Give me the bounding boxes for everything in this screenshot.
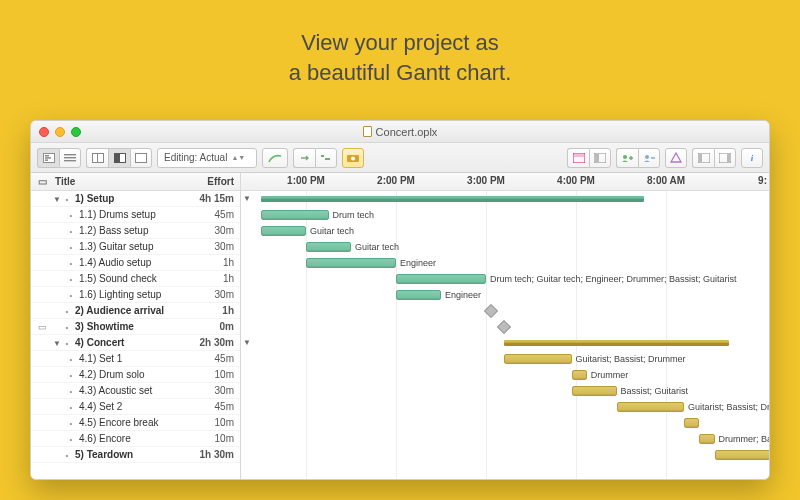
row-effort: 0m	[188, 321, 240, 332]
catch-up-button[interactable]	[262, 148, 288, 168]
row-title: •4.2) Drum solo	[53, 369, 188, 380]
column-effort[interactable]: Effort	[188, 176, 240, 187]
outline-row[interactable]: ▼•4) Concert2h 30m	[31, 335, 240, 351]
timeline-tick: 9:	[758, 175, 767, 186]
view-outline-button[interactable]	[59, 148, 81, 168]
outline-row[interactable]: •1.1) Drums setup45m	[31, 207, 240, 223]
milestone-marker[interactable]	[497, 320, 511, 334]
row-title: ▼•1) Setup	[53, 193, 188, 204]
document-icon	[363, 126, 372, 137]
row-title: •3) Showtime	[53, 321, 188, 332]
outline-row[interactable]: •4.4) Set 245m	[31, 399, 240, 415]
hero-line1: View your project as	[0, 28, 800, 58]
outline-row[interactable]: •1.6) Lighting setup30m	[31, 287, 240, 303]
row-title: •1.5) Sound check	[53, 273, 188, 284]
titlebar[interactable]: Concert.oplx	[31, 121, 769, 143]
row-title: •1.1) Drums setup	[53, 209, 188, 220]
outline-row[interactable]: •1.5) Sound check1h	[31, 271, 240, 287]
outline-row[interactable]: •4.1) Set 145m	[31, 351, 240, 367]
attachments-header-icon[interactable]: ▭	[31, 176, 53, 187]
window-title: Concert.oplx	[31, 126, 769, 138]
layout-1-button[interactable]	[86, 148, 108, 168]
summary-bar[interactable]	[504, 340, 729, 346]
task-bar[interactable]	[572, 386, 617, 396]
task-bar[interactable]	[617, 402, 685, 412]
level-button[interactable]	[315, 148, 337, 168]
row-effort: 1h 30m	[188, 449, 240, 460]
disclosure-icon[interactable]: ▼	[243, 194, 251, 203]
svg-rect-7	[64, 160, 76, 161]
outline-row[interactable]: •4.6) Encore10m	[31, 431, 240, 447]
layout-group	[86, 148, 152, 168]
timeline-tick: 1:00 PM	[287, 175, 325, 186]
outline-header: ▭ Title Effort	[31, 173, 240, 191]
summary-bar[interactable]	[261, 196, 644, 202]
editing-mode-select[interactable]: Editing: Actual ▲▼	[157, 148, 257, 168]
row-title: •1.6) Lighting setup	[53, 289, 188, 300]
outline-row[interactable]: ▭•3) Showtime0m	[31, 319, 240, 335]
svg-rect-12	[120, 154, 125, 162]
task-bar[interactable]	[306, 258, 396, 268]
row-effort: 1h	[188, 273, 240, 284]
outline-row[interactable]: •4.3) Acoustic set30m	[31, 383, 240, 399]
view-gantt-button[interactable]	[37, 148, 59, 168]
svg-rect-4	[45, 159, 48, 161]
task-bar[interactable]	[396, 274, 486, 284]
outline-row[interactable]: •4.5) Encore break10m	[31, 415, 240, 431]
task-bar[interactable]	[261, 226, 306, 236]
task-bar[interactable]	[504, 354, 572, 364]
task-resource-label: Drum tech	[333, 207, 375, 223]
column-title[interactable]: Title	[53, 176, 188, 187]
reschedule-button[interactable]	[293, 148, 315, 168]
remove-resource-button[interactable]	[638, 148, 660, 168]
task-bar[interactable]	[715, 450, 769, 460]
outline-row[interactable]: •1.3) Guitar setup30m	[31, 239, 240, 255]
outline-row[interactable]: •5) Teardown1h 30m	[31, 447, 240, 463]
row-status-icon: ▭	[31, 322, 53, 332]
outline-row[interactable]: ▼•1) Setup4h 15m	[31, 191, 240, 207]
outline-row[interactable]: •1.2) Bass setup30m	[31, 223, 240, 239]
svg-rect-3	[45, 157, 51, 159]
task-resource-label: Engineer	[445, 287, 481, 303]
task-resource-label: Guitar tech	[310, 223, 354, 239]
task-bar[interactable]	[684, 418, 699, 428]
panel-1-button[interactable]	[567, 148, 589, 168]
svg-rect-2	[45, 155, 49, 157]
task-resource-label: Drummer; Bassist; Guitarist	[719, 431, 769, 447]
outline-row[interactable]: •1.4) Audio setup1h	[31, 255, 240, 271]
outline-row[interactable]: •4.2) Drum solo10m	[31, 367, 240, 383]
svg-point-18	[351, 156, 355, 160]
timeline-tick: 3:00 PM	[467, 175, 505, 186]
milestone-marker[interactable]	[483, 304, 497, 318]
sidebar-right-button[interactable]	[714, 148, 736, 168]
outline-row[interactable]: •2) Audience arrival1h	[31, 303, 240, 319]
row-title: ▼•4) Concert	[53, 337, 188, 348]
hero-text: View your project as a beautiful Gantt c…	[0, 0, 800, 109]
content-area: ▭ Title Effort ▼•1) Setup4h 15m•1.1) Dru…	[31, 173, 769, 479]
timeline-tick: 4:00 PM	[557, 175, 595, 186]
panel-2-button[interactable]	[589, 148, 611, 168]
editing-mode-label: Editing: Actual	[164, 152, 227, 163]
row-effort: 30m	[188, 241, 240, 252]
disclosure-icon[interactable]: ▼	[243, 338, 251, 347]
info-button[interactable]: i	[741, 148, 763, 168]
row-effort: 2h 30m	[188, 337, 240, 348]
add-resource-button[interactable]	[616, 148, 638, 168]
task-bar[interactable]	[306, 242, 351, 252]
snapshot-button[interactable]	[342, 148, 364, 168]
gantt-panel[interactable]: 1:00 PM2:00 PM3:00 PM4:00 PM8:00 AM9: ▼D…	[241, 173, 769, 479]
task-bar[interactable]	[699, 434, 714, 444]
layout-2-button[interactable]	[108, 148, 130, 168]
task-bar[interactable]	[396, 290, 441, 300]
task-bar[interactable]	[261, 210, 329, 220]
layout-3-button[interactable]	[130, 148, 152, 168]
row-title: •1.2) Bass setup	[53, 225, 188, 236]
svg-rect-14	[136, 154, 146, 162]
violations-button[interactable]	[665, 148, 687, 168]
svg-point-23	[623, 155, 627, 159]
row-effort: 45m	[188, 209, 240, 220]
row-effort: 30m	[188, 385, 240, 396]
task-bar[interactable]	[572, 370, 587, 380]
timeline-tick: 2:00 PM	[377, 175, 415, 186]
sidebar-left-button[interactable]	[692, 148, 714, 168]
